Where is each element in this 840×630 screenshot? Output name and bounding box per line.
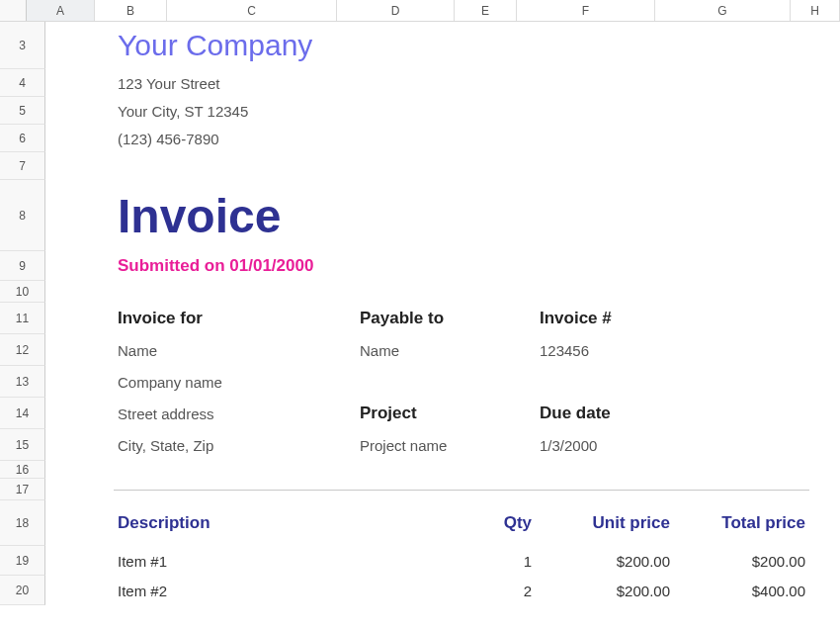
cell-C11[interactable] — [186, 303, 356, 334]
cell-H18[interactable] — [809, 500, 840, 546]
item-unit-price[interactable]: $200.00 — [536, 576, 674, 605]
cell-G14[interactable] — [674, 398, 809, 429]
cell-G16[interactable] — [674, 461, 809, 479]
cell-A9[interactable] — [45, 251, 114, 281]
cell-H13[interactable] — [809, 366, 840, 398]
cell-D4[interactable] — [356, 69, 473, 97]
cell-C20[interactable] — [186, 576, 356, 605]
cell-D13[interactable] — [356, 366, 473, 398]
project-name[interactable]: Project name — [356, 429, 473, 461]
cell-F3[interactable] — [536, 22, 674, 69]
cell-F10[interactable] — [536, 281, 674, 303]
table-header-description[interactable]: Description — [114, 500, 186, 546]
project-label[interactable]: Project — [356, 398, 473, 429]
cell-H15[interactable] — [809, 429, 840, 461]
cell-G4[interactable] — [674, 69, 809, 97]
cell-C8[interactable] — [186, 180, 356, 251]
cell-A13[interactable] — [45, 366, 114, 398]
cell-A3[interactable] — [45, 22, 114, 69]
cell-C16[interactable] — [186, 461, 356, 479]
item-qty[interactable]: 1 — [473, 546, 536, 576]
cell-H19[interactable] — [809, 546, 840, 576]
company-street[interactable]: 123 Your Street — [114, 69, 186, 97]
cell-F6[interactable] — [536, 125, 674, 152]
cell-H9[interactable] — [809, 251, 840, 281]
col-header-H[interactable]: H — [791, 0, 840, 21]
cell-G3[interactable] — [674, 22, 809, 69]
cell-H7[interactable] — [809, 152, 840, 180]
row-header-13[interactable]: 13 — [0, 366, 45, 398]
invoice-number[interactable]: 123456 — [536, 334, 674, 366]
row-header-7[interactable]: 7 — [0, 152, 45, 180]
cell-B7[interactable] — [114, 152, 186, 180]
invoice-submitted[interactable]: Submitted on 01/01/2000 — [114, 251, 186, 281]
cell-H10[interactable] — [809, 281, 840, 303]
row-header-19[interactable]: 19 — [0, 546, 45, 576]
item-total-price[interactable]: $200.00 — [674, 546, 809, 576]
cell-H11[interactable] — [809, 303, 840, 334]
row-header-11[interactable]: 11 — [0, 303, 45, 334]
invoice-for-city[interactable]: City, State, Zip — [114, 429, 186, 461]
item-qty[interactable]: 2 — [473, 576, 536, 605]
cell-G8[interactable] — [674, 180, 809, 251]
cell-E7[interactable] — [473, 152, 536, 180]
cell-C6[interactable] — [186, 125, 356, 152]
cell-H17[interactable] — [809, 479, 840, 500]
item-total-price[interactable]: $400.00 — [674, 576, 809, 605]
cell-A18[interactable] — [45, 500, 114, 546]
invoice-for-label[interactable]: Invoice for — [114, 303, 186, 334]
cell-D9[interactable] — [356, 251, 473, 281]
cell-E10[interactable] — [473, 281, 536, 303]
cell-F7[interactable] — [536, 152, 674, 180]
cell-E3[interactable] — [473, 22, 536, 69]
cell-A20[interactable] — [45, 576, 114, 605]
row-header-14[interactable]: 14 — [0, 398, 45, 429]
cell-E9[interactable] — [473, 251, 536, 281]
cell-D6[interactable] — [356, 125, 473, 152]
cell-G7[interactable] — [674, 152, 809, 180]
row-header-15[interactable]: 15 — [0, 429, 45, 461]
cell-A12[interactable] — [45, 334, 114, 366]
company-phone[interactable]: (123) 456-7890 — [114, 125, 186, 152]
item-unit-price[interactable]: $200.00 — [536, 546, 674, 576]
cell-D16[interactable] — [356, 461, 473, 479]
cell-B10[interactable] — [114, 281, 186, 303]
cell-G13[interactable] — [674, 366, 809, 398]
cell-G5[interactable] — [674, 97, 809, 125]
table-header-total-price[interactable]: Total price — [674, 500, 809, 546]
cell-G11[interactable] — [674, 303, 809, 334]
cell-C18[interactable] — [186, 500, 356, 546]
cell-A19[interactable] — [45, 546, 114, 576]
cell-C7[interactable] — [186, 152, 356, 180]
cell-D18[interactable] — [356, 500, 473, 546]
table-header-unit-price[interactable]: Unit price — [536, 500, 674, 546]
invoice-for-street[interactable]: Street address — [114, 398, 186, 429]
row-header-5[interactable]: 5 — [0, 97, 45, 125]
col-header-D[interactable]: D — [337, 0, 455, 21]
cell-A6[interactable] — [45, 125, 114, 152]
due-date-label[interactable]: Due date — [536, 398, 674, 429]
cell-H6[interactable] — [809, 125, 840, 152]
cell-H3[interactable] — [809, 22, 840, 69]
cell-H12[interactable] — [809, 334, 840, 366]
cell-A17[interactable] — [45, 479, 114, 500]
cell-A15[interactable] — [45, 429, 114, 461]
cell-H20[interactable] — [809, 576, 840, 605]
cell-H5[interactable] — [809, 97, 840, 125]
cell-G12[interactable] — [674, 334, 809, 366]
row-header-9[interactable]: 9 — [0, 251, 45, 281]
invoice-title[interactable]: Invoice — [114, 180, 186, 251]
company-name[interactable]: Your Company — [114, 22, 186, 69]
cell-G10[interactable] — [674, 281, 809, 303]
row-header-16[interactable]: 16 — [0, 461, 45, 479]
item-description[interactable]: Item #1 — [114, 546, 186, 576]
cell-A10[interactable] — [45, 281, 114, 303]
cell-E15[interactable] — [473, 429, 536, 461]
row-header-10[interactable]: 10 — [0, 281, 45, 303]
cell-A5[interactable] — [45, 97, 114, 125]
payable-to-name[interactable]: Name — [356, 334, 473, 366]
row-header-18[interactable]: 18 — [0, 500, 45, 546]
cell-B16[interactable] — [114, 461, 186, 479]
cell-D5[interactable] — [356, 97, 473, 125]
cell-D7[interactable] — [356, 152, 473, 180]
